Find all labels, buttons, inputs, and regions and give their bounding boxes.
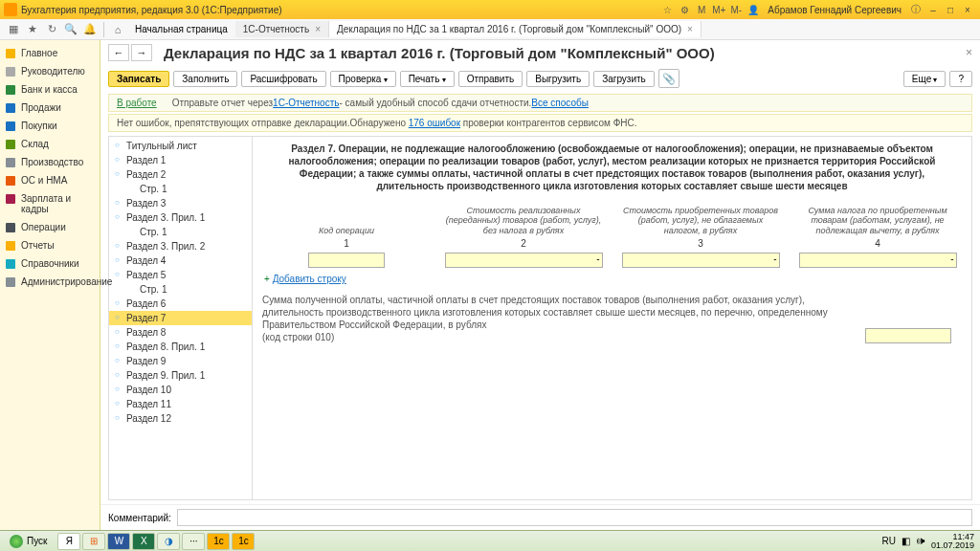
tb-m-icon[interactable]: M (695, 3, 708, 16)
tb-icon[interactable]: ☆ (660, 3, 674, 16)
tree-item[interactable]: Раздел 2 (109, 167, 252, 182)
status-link[interactable]: В работе (117, 98, 157, 108)
tree-item[interactable]: Раздел 8 (109, 325, 252, 340)
send-button[interactable]: Отправить (458, 71, 523, 87)
nav-reports[interactable]: Отчеты (0, 236, 100, 254)
tree-item[interactable]: Раздел 10 (109, 383, 252, 397)
section-tree[interactable]: Титульный листРаздел 1Раздел 2Стр. 1Разд… (109, 137, 253, 499)
tree-item[interactable]: Титульный лист (109, 139, 252, 153)
check-button[interactable]: Проверка (330, 71, 396, 87)
tree-item[interactable]: Раздел 4 (109, 253, 252, 268)
taskbar-item[interactable]: ⊞ (82, 533, 105, 550)
lang-indicator[interactable]: RU (882, 536, 896, 546)
tree-item[interactable]: Раздел 12 (109, 411, 252, 426)
tab-reporting[interactable]: 1С-Отчетность× (235, 21, 329, 37)
window-titlebar: Бухгалтерия предприятия, редакция 3.0 (1… (0, 0, 980, 19)
value-input[interactable]: - (799, 253, 957, 268)
taskbar-item[interactable]: X (132, 533, 155, 550)
value-input[interactable]: - (622, 253, 780, 268)
maximize-button[interactable]: □ (942, 5, 959, 15)
tb-m-icon[interactable]: M+ (712, 3, 725, 16)
search-icon[interactable]: 🔍 (61, 21, 80, 38)
tree-item[interactable]: Стр. 1 (109, 225, 252, 239)
minimize-button[interactable]: – (924, 5, 942, 15)
taskbar-item[interactable]: W (107, 533, 130, 550)
value-input[interactable]: - (445, 253, 603, 268)
tree-item[interactable]: Раздел 3. Прил. 1 (109, 210, 252, 225)
content-area: ← → Декларация по НДС за 1 квартал 2016 … (100, 40, 980, 530)
nav-main[interactable]: Главное (0, 44, 100, 62)
tab-home[interactable]: Начальная страница (127, 21, 235, 37)
import-button[interactable]: Загрузить (593, 71, 655, 87)
tab-close-icon[interactable]: × (687, 24, 693, 34)
taskbar-item[interactable]: Я (57, 533, 80, 550)
start-button[interactable]: Пуск (0, 535, 56, 548)
info-icon[interactable]: ⓘ (909, 3, 923, 16)
tree-item[interactable]: Раздел 9 (109, 354, 252, 368)
tab-close-icon[interactable]: × (315, 24, 321, 34)
star-icon[interactable]: ★ (23, 21, 42, 38)
tree-item[interactable]: Стр. 1 (109, 282, 252, 297)
bell-icon[interactable]: 🔔 (80, 21, 100, 38)
nav-manager[interactable]: Руководителю (0, 62, 100, 80)
taskbar-item[interactable]: 1c (207, 533, 230, 550)
tree-item[interactable]: Раздел 11 (109, 397, 252, 411)
page-close-button[interactable]: × (966, 46, 972, 59)
system-tray: RU ◧ 🕪 11:4701.07.2019 (882, 533, 981, 550)
comment-input[interactable] (177, 509, 972, 526)
tb-m-icon[interactable]: M- (729, 3, 743, 16)
write-button[interactable]: Записать (108, 71, 169, 87)
reporting-link[interactable]: 1С-Отчетность (273, 98, 339, 108)
close-button[interactable]: × (959, 5, 976, 15)
add-row-link[interactable]: + Добавить строку (264, 274, 962, 284)
all-methods-link[interactable]: Все способы (531, 98, 589, 108)
attach-icon[interactable]: 📎 (658, 69, 679, 88)
nav-sales[interactable]: Продажи (0, 99, 100, 117)
nav-assets[interactable]: ОС и НМА (0, 171, 100, 189)
top-toolbar: ▦ ★ ↻ 🔍 🔔 ⌂ Начальная страница 1С-Отчетн… (0, 19, 980, 40)
nav-admin[interactable]: Администрирование (0, 273, 100, 291)
print-button[interactable]: Печать (400, 71, 455, 87)
tree-item[interactable]: Раздел 1 (109, 153, 252, 167)
code-input[interactable] (308, 253, 385, 268)
nav-hr[interactable]: Зарплата и кадры (0, 189, 100, 218)
taskbar-item[interactable]: ◑ (157, 533, 180, 550)
nav-warehouse[interactable]: Склад (0, 135, 100, 153)
sum-input[interactable] (865, 328, 951, 343)
apps-icon[interactable]: ▦ (4, 21, 23, 38)
home-icon[interactable]: ⌂ (108, 21, 127, 38)
help-button[interactable]: ? (949, 71, 972, 87)
tray-icon[interactable]: ◧ (902, 536, 910, 546)
decode-button[interactable]: Расшифровать (241, 71, 325, 87)
page-title: Декларация по НДС за 1 квартал 2016 г. (… (164, 45, 715, 61)
tree-item[interactable]: Раздел 5 (109, 268, 252, 282)
tree-item[interactable]: Раздел 9. Прил. 1 (109, 368, 252, 383)
nav-production[interactable]: Производство (0, 153, 100, 171)
tree-item[interactable]: Раздел 7 (109, 311, 252, 325)
nav-purchases[interactable]: Покупки (0, 117, 100, 135)
tray-icon[interactable]: 🕪 (916, 536, 925, 546)
tree-item[interactable]: Раздел 8. Прил. 1 (109, 340, 252, 354)
nav-operations[interactable]: Операции (0, 218, 100, 236)
tree-item[interactable]: Раздел 3. Прил. 2 (109, 239, 252, 253)
errors-link[interactable]: 176 ошибок (409, 118, 460, 128)
nav-bank[interactable]: Банк и касса (0, 80, 100, 99)
tb-icon[interactable]: ⚙ (678, 3, 691, 16)
forward-button[interactable]: → (131, 44, 152, 61)
tab-declaration[interactable]: Декларация по НДС за 1 квартал 2016 г. (… (329, 21, 702, 37)
export-button[interactable]: Выгрузить (526, 71, 590, 87)
tree-item[interactable]: Раздел 3 (109, 196, 252, 210)
back-button[interactable]: ← (108, 44, 129, 61)
action-bar: Записать Заполнить Расшифровать Проверка… (100, 67, 980, 94)
col-header: Стоимость реализованных (переданных) тов… (445, 202, 603, 236)
fill-button[interactable]: Заполнить (173, 71, 237, 87)
clock[interactable]: 11:4701.07.2019 (931, 533, 974, 550)
tree-item[interactable]: Стр. 1 (109, 182, 252, 196)
more-button[interactable]: Еще (903, 71, 947, 87)
taskbar-item[interactable]: ··· (182, 533, 205, 550)
taskbar-item[interactable]: 1c (232, 533, 255, 550)
col-header: Код операции (268, 202, 426, 236)
nav-directories[interactable]: Справочники (0, 254, 100, 273)
tree-item[interactable]: Раздел 6 (109, 297, 252, 311)
history-icon[interactable]: ↻ (42, 21, 61, 38)
